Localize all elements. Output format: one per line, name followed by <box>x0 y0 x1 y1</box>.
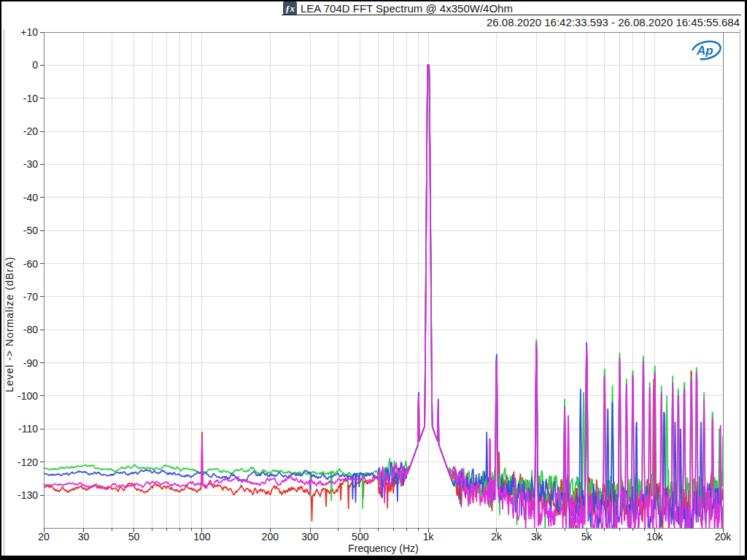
ap-logo-text: Ap <box>696 44 713 58</box>
x-tick-label: 100 <box>193 531 211 542</box>
y-tick-label: -20 <box>23 125 38 137</box>
tick-labels: 2030501002003005001k2k3k5k10k20k+100-10-… <box>18 26 732 542</box>
y-tick-label: -90 <box>23 357 38 369</box>
y-tick-label: -120 <box>18 456 38 468</box>
y-tick-label: -110 <box>18 423 38 435</box>
x-tick-label: 500 <box>352 531 369 542</box>
x-tick-label: 300 <box>301 531 319 542</box>
x-tick-label: 200 <box>262 531 279 542</box>
x-tick-label: 50 <box>128 531 140 542</box>
y-tick-label: -70 <box>23 291 38 303</box>
ap-fft-window: ƒx LEA 704D FFT Spectrum @ 4x350W/4Ohm 2… <box>0 0 747 560</box>
x-tick-label: 1k <box>423 531 435 542</box>
y-tick-label: +10 <box>20 26 38 38</box>
x-tick-label: 20 <box>38 531 50 542</box>
x-tick-label: 30 <box>78 531 90 542</box>
ap-logo: Ap <box>686 37 726 63</box>
y-tick-label: -30 <box>23 158 38 170</box>
traces <box>44 65 723 530</box>
x-tick-label: 5k <box>581 531 593 542</box>
y-tick-label: -130 <box>18 489 38 501</box>
x-tick-label: 3k <box>531 531 543 542</box>
y-tick-label: -40 <box>23 192 38 203</box>
y-tick-label: 0 <box>32 59 38 71</box>
y-tick-label: -10 <box>23 93 38 104</box>
y-tick-label: -60 <box>23 258 38 270</box>
trace-magenta <box>44 65 723 530</box>
x-tick-label: 20k <box>715 531 732 542</box>
y-tick-label: -50 <box>23 225 38 236</box>
y-tick-label: -100 <box>18 390 38 402</box>
y-tick-label: -80 <box>23 324 38 335</box>
x-tick-label: 2k <box>491 531 503 542</box>
fft-plot-canvas[interactable]: 2030501002003005001k2k3k5k10k20k+100-10-… <box>0 0 747 560</box>
x-tick-label: 10k <box>646 531 664 542</box>
